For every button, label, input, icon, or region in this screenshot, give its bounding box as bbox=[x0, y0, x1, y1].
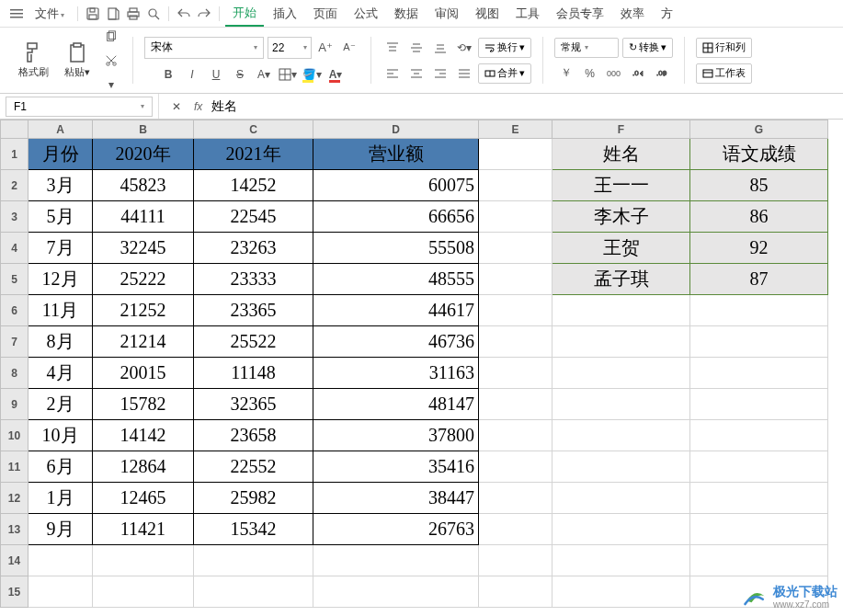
row-header-12[interactable]: 12 bbox=[1, 483, 28, 514]
cell-F8[interactable] bbox=[553, 358, 690, 389]
cell-E14[interactable] bbox=[479, 545, 553, 576]
merge-button[interactable]: 合并▾ bbox=[478, 63, 531, 84]
cell-B3[interactable]: 44111 bbox=[93, 201, 194, 233]
number-format-select[interactable]: 常规▾ bbox=[554, 38, 619, 58]
tab-insert[interactable]: 插入 bbox=[266, 2, 304, 26]
cell-D2[interactable]: 60075 bbox=[313, 170, 479, 201]
row-header-10[interactable]: 10 bbox=[1, 420, 28, 451]
tab-start[interactable]: 开始 bbox=[225, 1, 264, 27]
cell-D3[interactable]: 66656 bbox=[313, 201, 479, 233]
cell-D11[interactable]: 35416 bbox=[313, 451, 479, 483]
cell-G9[interactable] bbox=[690, 389, 828, 420]
cell-G11[interactable] bbox=[690, 451, 828, 483]
cell-F2[interactable]: 王一一 bbox=[553, 170, 690, 201]
row-header-9[interactable]: 9 bbox=[1, 389, 28, 420]
cell-E11[interactable] bbox=[479, 451, 553, 483]
increase-decimal-icon[interactable]: .00 bbox=[652, 63, 672, 84]
col-header-B[interactable]: B bbox=[93, 120, 194, 139]
tab-data[interactable]: 数据 bbox=[387, 2, 426, 26]
cell-E9[interactable] bbox=[479, 389, 553, 420]
cell-D5[interactable]: 48555 bbox=[313, 264, 479, 295]
cell-C1[interactable]: 2021年 bbox=[194, 139, 313, 170]
justify-icon[interactable] bbox=[454, 63, 474, 84]
cell-B10[interactable]: 14142 bbox=[93, 420, 194, 451]
cell-A11[interactable]: 6月 bbox=[28, 451, 93, 483]
cell-E10[interactable] bbox=[479, 420, 553, 451]
cell-B4[interactable]: 32245 bbox=[93, 233, 194, 264]
cell-G12[interactable] bbox=[690, 483, 828, 514]
cell-C6[interactable]: 23365 bbox=[194, 295, 313, 326]
spreadsheet-grid[interactable]: ABCDEFG1月份2020年2021年营业额姓名语文成绩23月45823142… bbox=[0, 120, 843, 608]
format-painter-button[interactable]: 格式刷 bbox=[13, 33, 53, 88]
redo-icon[interactable] bbox=[195, 5, 213, 23]
cell-F9[interactable] bbox=[553, 389, 690, 420]
cell-C14[interactable] bbox=[194, 545, 313, 576]
new-icon[interactable] bbox=[104, 5, 122, 23]
comma-button[interactable]: 000 bbox=[604, 63, 624, 84]
fx-icon[interactable]: fx bbox=[194, 100, 202, 113]
currency-button[interactable]: ￥ bbox=[556, 63, 576, 84]
cell-E15[interactable] bbox=[479, 576, 553, 608]
paste-button[interactable]: 粘贴▾ bbox=[57, 33, 97, 88]
row-header-2[interactable]: 2 bbox=[1, 170, 28, 201]
cell-B5[interactable]: 25222 bbox=[93, 264, 194, 295]
cell-G3[interactable]: 86 bbox=[690, 201, 828, 233]
cell-C7[interactable]: 25522 bbox=[194, 326, 313, 358]
tab-more[interactable]: 方 bbox=[654, 2, 680, 26]
tab-member[interactable]: 会员专享 bbox=[549, 2, 611, 26]
cell-B6[interactable]: 21252 bbox=[93, 295, 194, 326]
cell-A4[interactable]: 7月 bbox=[28, 233, 93, 264]
convert-button[interactable]: ↻转换▾ bbox=[622, 38, 673, 58]
file-menu[interactable]: 文件▾ bbox=[28, 2, 72, 26]
cell-B14[interactable] bbox=[93, 545, 194, 576]
cell-G5[interactable]: 87 bbox=[690, 264, 828, 295]
cell-A6[interactable]: 11月 bbox=[28, 295, 93, 326]
row-header-1[interactable]: 1 bbox=[1, 139, 28, 170]
name-box[interactable]: F1▾ bbox=[6, 97, 153, 117]
cell-C13[interactable]: 15342 bbox=[194, 514, 313, 545]
cell-B7[interactable]: 21214 bbox=[93, 326, 194, 358]
cut-icon[interactable] bbox=[101, 51, 121, 71]
cell-A3[interactable]: 5月 bbox=[28, 201, 93, 233]
cell-A1[interactable]: 月份 bbox=[28, 139, 93, 170]
cell-E12[interactable] bbox=[479, 483, 553, 514]
tab-review[interactable]: 审阅 bbox=[427, 2, 466, 26]
cell-F6[interactable] bbox=[553, 295, 690, 326]
tab-formula[interactable]: 公式 bbox=[347, 2, 385, 26]
cell-D14[interactable] bbox=[313, 545, 479, 576]
align-bottom-icon[interactable] bbox=[430, 38, 450, 58]
cell-D12[interactable]: 38447 bbox=[313, 483, 479, 514]
row-header-13[interactable]: 13 bbox=[1, 514, 28, 545]
cell-B9[interactable]: 15782 bbox=[93, 389, 194, 420]
wrap-text-button[interactable]: 换行▾ bbox=[478, 38, 531, 58]
font-size-select[interactable]: 22▾ bbox=[268, 37, 312, 59]
percent-button[interactable]: % bbox=[580, 63, 600, 84]
cell-A13[interactable]: 9月 bbox=[28, 514, 93, 545]
cell-D13[interactable]: 26763 bbox=[313, 514, 479, 545]
col-header-F[interactable]: F bbox=[553, 120, 690, 139]
col-header-D[interactable]: D bbox=[313, 120, 479, 139]
cell-E8[interactable] bbox=[479, 358, 553, 389]
col-header-A[interactable]: A bbox=[28, 120, 93, 139]
rowcol-button[interactable]: 行和列 bbox=[696, 38, 752, 58]
cell-G1[interactable]: 语文成绩 bbox=[690, 139, 828, 170]
cell-B8[interactable]: 20015 bbox=[93, 358, 194, 389]
print-icon[interactable] bbox=[124, 5, 142, 23]
undo-icon[interactable] bbox=[175, 5, 193, 23]
cell-C11[interactable]: 22552 bbox=[194, 451, 313, 483]
cell-F3[interactable]: 李木子 bbox=[553, 201, 690, 233]
tab-view[interactable]: 视图 bbox=[468, 2, 507, 26]
row-header-5[interactable]: 5 bbox=[1, 264, 28, 295]
decrease-decimal-icon[interactable]: .0 bbox=[628, 63, 648, 84]
font-grow-icon[interactable]: A⁺ bbox=[315, 38, 336, 58]
cell-G10[interactable] bbox=[690, 420, 828, 451]
col-header-G[interactable]: G bbox=[690, 120, 828, 139]
cell-D7[interactable]: 46736 bbox=[313, 326, 479, 358]
save-icon[interactable] bbox=[84, 5, 102, 23]
align-middle-icon[interactable] bbox=[406, 38, 427, 58]
row-header-15[interactable]: 15 bbox=[1, 576, 28, 608]
row-header-3[interactable]: 3 bbox=[1, 201, 28, 233]
cell-A7[interactable]: 8月 bbox=[28, 326, 93, 358]
cell-F15[interactable] bbox=[553, 576, 690, 608]
cancel-formula-icon[interactable]: ✕ bbox=[166, 97, 187, 117]
